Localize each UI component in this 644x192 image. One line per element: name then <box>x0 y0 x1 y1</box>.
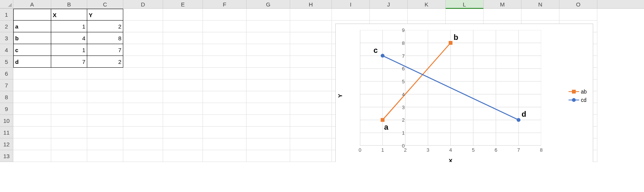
column-header-H[interactable]: H <box>290 0 332 8</box>
cell-G11[interactable] <box>247 127 290 138</box>
cell-E3[interactable] <box>163 32 203 44</box>
cell-D7[interactable] <box>123 79 163 91</box>
cell-C10[interactable] <box>87 115 123 127</box>
cell-D5[interactable] <box>123 56 163 68</box>
row-header-8[interactable]: 8 <box>0 91 13 103</box>
cell-G2[interactable] <box>247 21 290 32</box>
cell-G5[interactable] <box>247 56 290 68</box>
cell-G10[interactable] <box>247 115 290 127</box>
column-header-L[interactable]: L <box>446 0 484 9</box>
cell-B7[interactable] <box>51 79 87 91</box>
cell-A7[interactable] <box>13 79 51 91</box>
cell-E13[interactable] <box>163 150 203 162</box>
cell-E7[interactable] <box>163 79 203 91</box>
cell-C6[interactable] <box>87 68 123 79</box>
cell-A3[interactable]: b <box>13 32 51 44</box>
cell-M1[interactable] <box>484 9 521 21</box>
cell-H10[interactable] <box>290 115 332 127</box>
cell-H8[interactable] <box>290 91 332 103</box>
cell-B1[interactable]: X <box>51 9 87 21</box>
row-header-9[interactable]: 9 <box>0 103 13 115</box>
cell-F5[interactable] <box>203 56 247 68</box>
cell-C13[interactable] <box>87 150 123 162</box>
cell-C3[interactable]: 8 <box>87 32 123 44</box>
row-header-7[interactable]: 7 <box>0 79 13 91</box>
cell-F13[interactable] <box>203 150 247 162</box>
column-header-K[interactable]: K <box>408 0 446 8</box>
cell-G4[interactable] <box>247 44 290 56</box>
row-header-3[interactable]: 3 <box>0 32 13 44</box>
row-header-4[interactable]: 4 <box>0 44 13 56</box>
cell-A11[interactable] <box>13 127 51 138</box>
row-header-13[interactable]: 13 <box>0 150 13 162</box>
column-header-N[interactable]: N <box>521 0 559 8</box>
cell-L1[interactable] <box>446 9 484 21</box>
cell-F6[interactable] <box>203 68 247 79</box>
cell-F2[interactable] <box>203 21 247 32</box>
cell-D12[interactable] <box>123 138 163 150</box>
cell-D11[interactable] <box>123 127 163 138</box>
cell-F1[interactable] <box>203 9 247 21</box>
cell-H6[interactable] <box>290 68 332 79</box>
cell-E9[interactable] <box>163 103 203 115</box>
column-header-O[interactable]: O <box>559 0 597 8</box>
cell-G1[interactable] <box>247 9 290 21</box>
cell-I1[interactable] <box>332 9 370 21</box>
row-header-10[interactable]: 10 <box>0 115 13 127</box>
cell-B2[interactable]: 1 <box>51 21 87 32</box>
cell-B4[interactable]: 1 <box>51 44 87 56</box>
cell-E11[interactable] <box>163 127 203 138</box>
column-header-F[interactable]: F <box>203 0 247 8</box>
embedded-chart[interactable]: Y X ab cd 0123456789012345678abcd <box>335 24 593 162</box>
cell-E2[interactable] <box>163 21 203 32</box>
cell-A1[interactable] <box>13 9 51 21</box>
cell-A5[interactable]: d <box>13 56 51 68</box>
cell-G9[interactable] <box>247 103 290 115</box>
cell-H9[interactable] <box>290 103 332 115</box>
cell-H7[interactable] <box>290 79 332 91</box>
column-header-D[interactable]: D <box>123 0 163 8</box>
cell-D1[interactable] <box>123 9 163 21</box>
cell-H4[interactable] <box>290 44 332 56</box>
cell-A9[interactable] <box>13 103 51 115</box>
column-header-G[interactable]: G <box>247 0 290 8</box>
cell-H5[interactable] <box>290 56 332 68</box>
cell-D6[interactable] <box>123 68 163 79</box>
cell-C1[interactable]: Y <box>87 9 123 21</box>
cell-N1[interactable] <box>521 9 559 21</box>
cell-E1[interactable] <box>163 9 203 21</box>
cell-C5[interactable]: 2 <box>87 56 123 68</box>
cell-O1[interactable] <box>559 9 597 21</box>
cell-D10[interactable] <box>123 115 163 127</box>
column-header-I[interactable]: I <box>332 0 370 8</box>
cell-H3[interactable] <box>290 32 332 44</box>
cell-C7[interactable] <box>87 79 123 91</box>
row-header-12[interactable]: 12 <box>0 138 13 150</box>
cell-G13[interactable] <box>247 150 290 162</box>
cell-A12[interactable] <box>13 138 51 150</box>
select-all-corner[interactable] <box>0 0 13 8</box>
row-header-1[interactable]: 1 <box>0 9 13 21</box>
cell-B6[interactable] <box>51 68 87 79</box>
cell-E4[interactable] <box>163 44 203 56</box>
cell-H2[interactable] <box>290 21 332 32</box>
row-header-5[interactable]: 5 <box>0 56 13 68</box>
cell-C9[interactable] <box>87 103 123 115</box>
cell-B12[interactable] <box>51 138 87 150</box>
cell-F9[interactable] <box>203 103 247 115</box>
column-header-A[interactable]: A <box>13 0 51 8</box>
cell-D8[interactable] <box>123 91 163 103</box>
cell-B3[interactable]: 4 <box>51 32 87 44</box>
cell-G3[interactable] <box>247 32 290 44</box>
cell-B10[interactable] <box>51 115 87 127</box>
cell-H11[interactable] <box>290 127 332 138</box>
cell-E6[interactable] <box>163 68 203 79</box>
cell-F7[interactable] <box>203 79 247 91</box>
cell-D9[interactable] <box>123 103 163 115</box>
cell-B11[interactable] <box>51 127 87 138</box>
cell-B5[interactable]: 7 <box>51 56 87 68</box>
cell-D2[interactable] <box>123 21 163 32</box>
cell-H13[interactable] <box>290 150 332 162</box>
cell-A4[interactable]: c <box>13 44 51 56</box>
cell-H12[interactable] <box>290 138 332 150</box>
